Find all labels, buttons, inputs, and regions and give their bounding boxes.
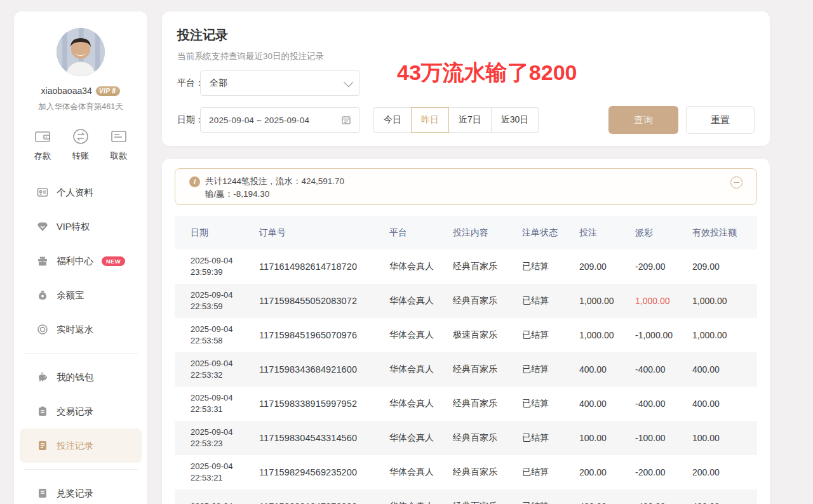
- range-today-button[interactable]: 今日: [373, 107, 412, 133]
- table-row[interactable]: 2025-09-04 23:59:39 1171614982614718720 …: [175, 249, 757, 284]
- sidebar-item-label: 兑奖记录: [57, 487, 93, 500]
- quick-actions: 存款 转账 取款: [14, 127, 147, 162]
- cell-date: 2025-09-04 22:53:32: [175, 358, 259, 381]
- sidebar-item-transactions[interactable]: 交易记录: [14, 394, 147, 428]
- vip-heart-icon: [37, 221, 48, 232]
- quick-date-range-group: 今日 昨日 近7日 近30日: [373, 107, 539, 133]
- cell-bet-content: 经典百家乐: [453, 364, 522, 375]
- page-subtitle: 当前系统支持查询最近30日的投注记录: [177, 51, 324, 62]
- col-header-bet: 投注: [579, 227, 635, 239]
- cell-platform: 华体会真人: [389, 467, 453, 478]
- sidebar-item-label: 交易记录: [57, 406, 93, 418]
- cell-order-number: 1171598451965070976: [259, 330, 389, 340]
- query-button[interactable]: 查询: [608, 106, 678, 134]
- col-header-status: 注单状态: [522, 227, 579, 239]
- table-row[interactable]: 2025-09-04 22:53:32 1171598343684921600 …: [175, 352, 757, 387]
- col-header-platform: 平台: [389, 227, 453, 239]
- range-30days-button[interactable]: 近30日: [491, 107, 539, 133]
- cell-bet-amount: 1,000.00: [579, 296, 635, 306]
- sidebar-item-welfare[interactable]: 福利中心 NEW: [14, 244, 147, 278]
- table-header-row: 日期 订单号 平台 投注内容 注单状态 投注 派彩 有效投注额: [175, 216, 757, 249]
- page-title: 投注记录: [177, 27, 228, 44]
- sidebar-item-label: 投注记录: [57, 440, 93, 452]
- deposit-button[interactable]: 存款: [33, 127, 52, 162]
- records-panel: i 共计1244笔投注，流水：424,591.70 输/赢：-8,194.30 …: [162, 159, 770, 504]
- sidebar-item-vip[interactable]: VIP特权: [14, 209, 147, 244]
- withdraw-card-icon: [109, 127, 128, 146]
- cell-payout: -400.00: [635, 501, 692, 504]
- cell-bet-content: 经典百家乐: [453, 398, 522, 409]
- cell-payout: -200.00: [635, 467, 692, 477]
- cell-order-number: 1171614982614718720: [259, 262, 389, 272]
- sidebar-item-rebate[interactable]: 实时返水: [14, 312, 147, 347]
- table-row[interactable]: 2025-09-04 22:53:58 1171598451965070976 …: [175, 318, 757, 352]
- table-row[interactable]: 2025-09-04 1171598291247370880 华体会真人 经典百…: [175, 489, 757, 504]
- info-icon: i: [189, 176, 200, 187]
- summary-line1: 共计1244笔投注，流水：424,591.70: [205, 175, 344, 188]
- username: xiaobaoaa34: [41, 86, 92, 96]
- cell-date: 2025-09-04 22:53:21: [175, 461, 259, 484]
- platform-select[interactable]: 全部: [200, 70, 360, 96]
- collapse-icon[interactable]: [730, 176, 742, 189]
- sidebar-item-label: 我的钱包: [57, 371, 93, 383]
- cell-platform: 华体会真人: [389, 398, 453, 409]
- table-row[interactable]: 2025-09-04 22:53:31 1171598338915997952 …: [175, 387, 757, 421]
- withdraw-button[interactable]: 取款: [109, 127, 128, 162]
- cell-order-number: 1171598304543314560: [259, 433, 389, 443]
- table-row[interactable]: 2025-09-04 22:53:21 1171598294569235200 …: [175, 455, 757, 489]
- cell-bet-amount: 209.00: [579, 262, 635, 272]
- cell-status: 已结算: [522, 432, 579, 444]
- join-days-text: 加入华体会体育第461天: [14, 102, 147, 112]
- cell-bet-amount: 400.00: [579, 399, 635, 409]
- cell-status: 已结算: [522, 261, 579, 272]
- chevron-down-icon: [344, 77, 354, 87]
- sidebar-item-label: 个人资料: [57, 187, 93, 199]
- vip-badge: VIP 8: [96, 86, 121, 96]
- cell-date: 2025-09-04 23:59:39: [175, 255, 259, 278]
- sidebar-item-label: VIP特权: [57, 221, 90, 233]
- sidebar-item-wallet[interactable]: 我的钱包: [14, 360, 147, 394]
- cell-status: 已结算: [522, 467, 579, 478]
- avatar-image: [57, 28, 105, 76]
- cell-date: 2025-09-04 22:53:31: [175, 392, 259, 415]
- range-yesterday-button[interactable]: 昨日: [411, 107, 449, 133]
- cell-bet-amount: 400.00: [579, 501, 635, 504]
- rebate-icon: [37, 324, 48, 335]
- cell-valid-amount: 1,000.00: [692, 296, 757, 306]
- cell-order-number: 1171598291247370880: [259, 501, 389, 504]
- transaction-record-icon: [37, 406, 48, 417]
- transfer-button[interactable]: 转账: [71, 127, 90, 162]
- id-card-icon: [37, 187, 48, 198]
- cell-bet-content: 经典百家乐: [453, 295, 522, 307]
- cell-status: 已结算: [522, 398, 579, 409]
- cell-bet-amount: 200.00: [579, 467, 635, 477]
- cell-platform: 华体会真人: [389, 261, 453, 272]
- red-annotation-text: 43万流水输了8200: [397, 58, 577, 88]
- cell-valid-amount: 1,000.00: [692, 330, 757, 340]
- cell-payout: -1,000.00: [635, 330, 692, 340]
- col-header-payout: 派彩: [635, 227, 692, 239]
- sidebar: xiaobaoaa34 VIP 8 加入华体会体育第461天 存款 转账 取款 …: [14, 11, 147, 504]
- cell-valid-amount: 200.00: [692, 467, 757, 477]
- summary-line2: 输/赢：-8,194.30: [205, 188, 269, 201]
- sidebar-item-bet-records[interactable]: 投注记录: [20, 428, 142, 463]
- sidebar-item-prize-records[interactable]: 兑奖记录: [14, 476, 147, 504]
- avatar[interactable]: [57, 28, 105, 76]
- summary-box: i 共计1244笔投注，流水：424,591.70 输/赢：-8,194.30: [175, 168, 757, 205]
- cell-status: 已结算: [522, 364, 579, 375]
- cell-valid-amount: 209.00: [692, 262, 757, 272]
- cell-order-number: 1171598338915997952: [259, 399, 389, 409]
- menu-divider: [24, 469, 138, 470]
- sidebar-item-profile[interactable]: 个人资料: [14, 175, 147, 209]
- wallet-icon: [33, 127, 52, 146]
- range-7days-button[interactable]: 近7日: [448, 107, 492, 133]
- withdraw-label: 取款: [111, 150, 128, 162]
- table-row[interactable]: 2025-09-04 22:53:59 1171598455052083072 …: [175, 284, 757, 318]
- table-row[interactable]: 2025-09-04 22:53:23 1171598304543314560 …: [175, 421, 757, 455]
- sidebar-item-yuebao[interactable]: 余额宝: [14, 278, 147, 312]
- reset-button[interactable]: 重置: [686, 106, 755, 134]
- date-range-input[interactable]: 2025-09-04 ~ 2025-09-04: [200, 107, 360, 133]
- cell-bet-amount: 100.00: [579, 433, 635, 443]
- cell-status: 已结算: [522, 329, 579, 341]
- cell-payout: -100.00: [635, 433, 692, 443]
